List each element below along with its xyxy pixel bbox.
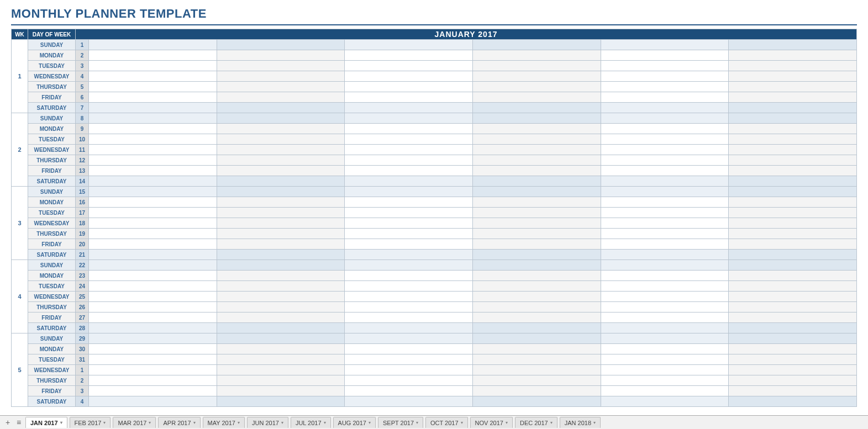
planner-slot[interactable] [729, 250, 857, 260]
planner-slot[interactable] [729, 260, 857, 271]
planner-slot[interactable] [345, 354, 473, 365]
planner-slot[interactable] [729, 113, 857, 124]
planner-slot[interactable] [472, 92, 601, 103]
planner-slot[interactable] [89, 40, 217, 50]
caret-down-icon[interactable]: ▾ [324, 420, 326, 423]
planner-slot[interactable] [472, 50, 601, 61]
planner-slot[interactable] [89, 92, 217, 103]
all-sheets-button[interactable]: ≡ [14, 418, 23, 423]
planner-slot[interactable] [217, 124, 345, 134]
caret-down-icon[interactable]: ▾ [461, 420, 463, 423]
planner-slot[interactable] [472, 281, 601, 292]
planner-slot[interactable] [472, 134, 601, 145]
caret-down-icon[interactable]: ▾ [281, 420, 283, 423]
planner-slot[interactable] [729, 155, 857, 166]
planner-slot[interactable] [89, 50, 217, 61]
planner-slot[interactable] [729, 71, 857, 82]
planner-slot[interactable] [729, 176, 857, 187]
planner-slot[interactable] [729, 103, 857, 113]
planner-slot[interactable] [472, 40, 601, 50]
planner-slot[interactable] [345, 145, 473, 155]
planner-slot[interactable] [217, 176, 345, 187]
planner-slot[interactable] [729, 197, 857, 208]
planner-slot[interactable] [345, 260, 473, 271]
planner-slot[interactable] [472, 375, 601, 386]
planner-slot[interactable] [472, 260, 601, 271]
planner-slot[interactable] [217, 103, 345, 113]
planner-slot[interactable] [601, 134, 729, 145]
planner-slot[interactable] [89, 71, 217, 82]
planner-slot[interactable] [217, 82, 345, 92]
planner-slot[interactable] [89, 61, 217, 71]
caret-down-icon[interactable]: ▾ [550, 420, 553, 423]
planner-slot[interactable] [89, 354, 217, 365]
planner-slot[interactable] [601, 124, 729, 134]
planner-slot[interactable] [729, 281, 857, 292]
planner-slot[interactable] [217, 208, 345, 218]
planner-slot[interactable] [345, 208, 473, 218]
planner-slot[interactable] [729, 239, 857, 250]
planner-slot[interactable] [472, 197, 601, 208]
planner-slot[interactable] [601, 197, 729, 208]
planner-slot[interactable] [472, 292, 601, 302]
planner-slot[interactable] [601, 239, 729, 250]
planner-slot[interactable] [601, 323, 729, 333]
planner-slot[interactable] [217, 61, 345, 71]
planner-slot[interactable] [601, 82, 729, 92]
planner-slot[interactable] [217, 145, 345, 155]
planner-slot[interactable] [345, 313, 473, 323]
planner-slot[interactable] [89, 396, 217, 407]
add-sheet-button[interactable]: + [3, 418, 12, 423]
planner-slot[interactable] [345, 386, 473, 396]
planner-slot[interactable] [601, 386, 729, 396]
planner-slot[interactable] [89, 113, 217, 124]
planner-slot[interactable] [601, 292, 729, 302]
planner-slot[interactable] [472, 302, 601, 313]
planner-slot[interactable] [345, 375, 473, 386]
planner-slot[interactable] [89, 166, 217, 176]
planner-slot[interactable] [217, 365, 345, 375]
planner-slot[interactable] [89, 292, 217, 302]
planner-slot[interactable] [472, 155, 601, 166]
planner-slot[interactable] [601, 396, 729, 407]
planner-slot[interactable] [601, 71, 729, 82]
planner-slot[interactable] [345, 71, 473, 82]
planner-slot[interactable] [345, 197, 473, 208]
planner-slot[interactable] [217, 386, 345, 396]
planner-slot[interactable] [217, 218, 345, 229]
planner-slot[interactable] [601, 218, 729, 229]
planner-slot[interactable] [729, 82, 857, 92]
planner-slot[interactable] [601, 302, 729, 313]
planner-slot[interactable] [472, 396, 601, 407]
planner-slot[interactable] [345, 103, 473, 113]
planner-slot[interactable] [89, 145, 217, 155]
planner-slot[interactable] [345, 239, 473, 250]
planner-slot[interactable] [472, 71, 601, 82]
planner-slot[interactable] [729, 271, 857, 281]
planner-slot[interactable] [217, 166, 345, 176]
planner-slot[interactable] [217, 229, 345, 239]
planner-slot[interactable] [89, 218, 217, 229]
planner-slot[interactable] [217, 292, 345, 302]
planner-slot[interactable] [89, 302, 217, 313]
planner-slot[interactable] [601, 375, 729, 386]
planner-slot[interactable] [89, 134, 217, 145]
planner-slot[interactable] [345, 134, 473, 145]
caret-down-icon[interactable]: ▾ [60, 420, 62, 423]
caret-down-icon[interactable]: ▾ [149, 420, 151, 423]
planner-slot[interactable] [345, 40, 473, 50]
sheet-tab[interactable]: JUN 2017▾ [247, 417, 288, 423]
planner-slot[interactable] [472, 82, 601, 92]
planner-slot[interactable] [89, 375, 217, 386]
planner-slot[interactable] [601, 113, 729, 124]
planner-slot[interactable] [729, 166, 857, 176]
planner-slot[interactable] [601, 250, 729, 260]
planner-slot[interactable] [601, 155, 729, 166]
planner-slot[interactable] [217, 260, 345, 271]
planner-slot[interactable] [729, 313, 857, 323]
planner-slot[interactable] [729, 333, 857, 344]
planner-slot[interactable] [729, 208, 857, 218]
planner-slot[interactable] [472, 61, 601, 71]
planner-slot[interactable] [472, 145, 601, 155]
planner-slot[interactable] [601, 166, 729, 176]
